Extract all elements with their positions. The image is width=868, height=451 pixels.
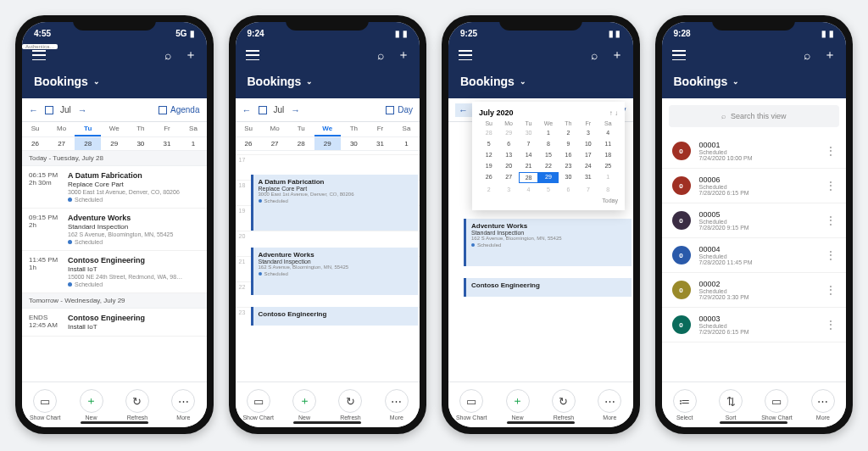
date-cell[interactable]: 25	[598, 161, 618, 170]
view-mode[interactable]: Agenda	[159, 105, 199, 114]
bottom-show-chart[interactable]: ▭Show Chart	[448, 382, 494, 427]
kebab-icon[interactable]: ⋮	[826, 145, 836, 157]
date-cell[interactable]: 7	[519, 139, 538, 148]
calendar-icon[interactable]	[45, 106, 53, 114]
date-cell[interactable]: 11	[598, 139, 618, 148]
date-cell[interactable]: 30	[559, 172, 578, 183]
add-icon[interactable]: ＋	[824, 47, 836, 63]
bottom-select[interactable]: ≔Select	[662, 382, 708, 427]
date-cell[interactable]: 7	[578, 185, 598, 194]
date-cell[interactable]: 1	[393, 137, 420, 150]
weekday[interactable]: Sa	[393, 122, 420, 136]
menu-icon[interactable]	[459, 50, 472, 60]
date-cell[interactable]: 5	[479, 139, 498, 148]
day-event[interactable]: Contoso Engineering	[464, 278, 632, 297]
menu-icon[interactable]	[32, 50, 46, 60]
menu-icon[interactable]	[672, 50, 686, 60]
agenda-item[interactable]: 06:15 PM2h 30mA Datum FabricationReplace…	[22, 166, 207, 209]
bottom-more[interactable]: ⋯More	[160, 382, 206, 427]
date-cell[interactable]: 1	[180, 137, 206, 150]
weekday[interactable]: Su	[22, 122, 48, 136]
kebab-icon[interactable]: ⋮	[826, 284, 836, 296]
prev-arrow-icon[interactable]: ←	[29, 105, 38, 115]
date-cell[interactable]: 4	[598, 128, 618, 137]
date-cell[interactable]: 4	[519, 185, 538, 194]
add-icon[interactable]: ＋	[185, 47, 197, 63]
weekday[interactable]: Th	[127, 122, 153, 136]
weekday[interactable]: Tu	[75, 122, 101, 136]
date-cell[interactable]: 20	[498, 161, 518, 170]
list-item[interactable]: 000006Scheduled7/28/2020 6:15 PM⋮	[662, 169, 847, 203]
date-cell[interactable]: 29	[101, 137, 127, 150]
date-cell[interactable]: 27	[48, 137, 75, 150]
date-cell[interactable]: 29	[498, 128, 518, 137]
view-mode[interactable]: Day	[386, 105, 413, 114]
kebab-icon[interactable]: ⋮	[826, 214, 836, 226]
weekday[interactable]: Sa	[180, 122, 206, 136]
search-icon[interactable]: ⌕	[804, 48, 810, 62]
date-cell[interactable]: 8	[538, 139, 558, 148]
record-list[interactable]: 000001Scheduled7/24/2020 10:00 PM⋮000006…	[662, 134, 847, 381]
bottom-more[interactable]: ⋯More	[374, 382, 420, 427]
date-cell[interactable]: 27	[262, 137, 288, 150]
prev-arrow-icon[interactable]: ←	[459, 105, 468, 115]
list-item[interactable]: 000005Scheduled7/28/2020 9:15 PM⋮	[662, 203, 847, 238]
list-item[interactable]: 000003Scheduled7/29/2020 6:15 PM⋮	[662, 308, 847, 342]
month-label[interactable]: Jul	[60, 105, 71, 114]
date-cell[interactable]: 13	[498, 150, 518, 159]
date-cell[interactable]: 8	[598, 185, 618, 194]
date-cell[interactable]: 26	[479, 172, 498, 183]
date-cell[interactable]: 15	[538, 150, 558, 159]
day-event[interactable]: Contoso Engineering	[251, 307, 419, 326]
list-item[interactable]: 000004Scheduled7/28/2020 11:45 PM⋮	[662, 238, 847, 273]
page-title[interactable]: Bookings⌄	[22, 70, 207, 98]
list-item[interactable]: 000001Scheduled7/24/2020 10:00 PM⋮	[662, 134, 847, 169]
kebab-icon[interactable]: ⋮	[826, 180, 836, 192]
page-title[interactable]: Bookings⌄	[236, 70, 420, 98]
weekday[interactable]: Fr	[367, 122, 393, 136]
date-cell[interactable]: 29	[314, 137, 341, 150]
list-item[interactable]: 000002Scheduled7/29/2020 3:30 PM⋮	[662, 273, 847, 308]
prev-arrow-icon[interactable]: ←	[242, 105, 252, 115]
day-event[interactable]: Adventure WorksStandard Inspection162 S …	[464, 219, 632, 266]
agenda-item[interactable]: ENDS12:45 AMContoso EngineeringInstall I…	[22, 309, 207, 337]
date-cell[interactable]: 6	[498, 139, 518, 148]
kebab-icon[interactable]: ⋮	[826, 319, 836, 331]
next-arrow-icon[interactable]: →	[78, 105, 87, 115]
date-cell[interactable]: 23	[559, 161, 578, 170]
agenda-list[interactable]: Today - Tuesday, July 2806:15 PM2h 30mA …	[22, 151, 207, 381]
date-cell[interactable]: 28	[75, 137, 101, 150]
date-cell[interactable]: 14	[519, 150, 538, 159]
date-cell[interactable]: 24	[578, 161, 598, 170]
date-cell[interactable]: 30	[127, 137, 153, 150]
search-icon[interactable]: ⌕	[377, 48, 384, 62]
search-input[interactable]: ⌕ Search this view	[669, 105, 840, 127]
agenda-item[interactable]: 11:45 PM1hContoso EngineeringInstall IoT…	[22, 251, 207, 293]
date-cell[interactable]: 28	[479, 128, 498, 137]
day-event[interactable]: A Datum FabricationReplace Core Part3000…	[251, 175, 419, 231]
date-cell[interactable]: 12	[479, 150, 498, 159]
weekday[interactable]: Fr	[153, 122, 180, 136]
date-cell[interactable]: 9	[559, 139, 578, 148]
page-title[interactable]: Bookings⌄	[662, 70, 847, 98]
add-icon[interactable]: ＋	[398, 47, 409, 63]
date-cell[interactable]: 26	[236, 137, 262, 150]
weekday[interactable]: Mo	[48, 122, 75, 136]
date-cell[interactable]: 19	[479, 161, 498, 170]
search-icon[interactable]: ⌕	[591, 48, 598, 62]
date-cell[interactable]: 29	[538, 172, 558, 183]
add-icon[interactable]: ＋	[611, 47, 623, 63]
date-cell[interactable]: 17	[578, 150, 598, 159]
date-cell[interactable]: 30	[519, 128, 538, 137]
date-cell[interactable]: 6	[559, 185, 578, 194]
today-link[interactable]: Today	[479, 198, 618, 203]
bottom-show-chart[interactable]: ▭Show Chart	[236, 382, 281, 427]
date-cell[interactable]: 27	[498, 172, 518, 183]
day-column[interactable]: 17181920212223A Datum FabricationReplace…	[236, 151, 420, 381]
date-cell[interactable]: 3	[498, 185, 518, 194]
month-label[interactable]: Jul	[274, 105, 285, 114]
calendar-icon[interactable]	[259, 106, 267, 114]
date-cell[interactable]: 16	[559, 150, 578, 159]
weekday[interactable]: Su	[236, 122, 262, 136]
date-cell[interactable]: 31	[578, 172, 598, 183]
